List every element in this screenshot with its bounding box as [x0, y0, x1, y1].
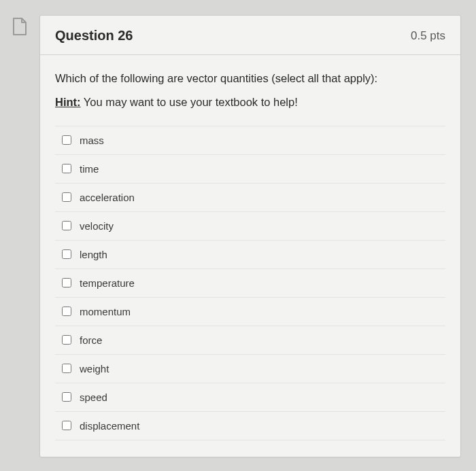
question-header: Question 26 0.5 pts — [40, 16, 460, 55]
option-row[interactable]: temperature — [55, 269, 445, 298]
option-checkbox[interactable] — [62, 249, 71, 259]
question-prompt: Which of the following are vector quanti… — [55, 70, 445, 87]
option-label: acceleration — [80, 192, 135, 203]
option-row[interactable]: velocity — [55, 212, 445, 241]
hint-text: You may want to use your textbook to hel… — [81, 96, 298, 108]
question-hint: Hint: You may want to use your textbook … — [55, 94, 445, 111]
page-outline-icon — [12, 18, 27, 35]
option-label: force — [80, 334, 102, 346]
question-title: Question 26 — [55, 28, 133, 43]
option-checkbox[interactable] — [62, 392, 71, 402]
option-row[interactable]: time — [55, 155, 445, 184]
option-label: velocity — [80, 220, 114, 232]
option-label: weight — [80, 363, 109, 374]
option-label: speed — [80, 391, 107, 403]
options-list: mass time acceleration velocity length t… — [55, 126, 445, 440]
option-row[interactable]: acceleration — [55, 184, 445, 212]
hint-label: Hint: — [55, 96, 81, 108]
option-checkbox[interactable] — [62, 307, 71, 316]
option-checkbox[interactable] — [62, 164, 71, 173]
option-checkbox[interactable] — [62, 364, 71, 373]
option-row[interactable]: displacement — [55, 412, 445, 440]
option-row[interactable]: length — [55, 241, 445, 269]
option-row[interactable]: weight — [55, 355, 445, 383]
option-label: time — [80, 163, 99, 175]
option-label: momentum — [80, 306, 131, 317]
option-checkbox[interactable] — [62, 192, 71, 202]
option-checkbox[interactable] — [62, 221, 71, 230]
option-checkbox[interactable] — [62, 135, 71, 145]
question-points: 0.5 pts — [411, 29, 445, 43]
option-checkbox[interactable] — [62, 335, 71, 345]
question-card: Question 26 0.5 pts Which of the followi… — [39, 15, 461, 457]
option-label: temperature — [80, 277, 135, 289]
option-label: length — [80, 249, 107, 260]
option-row[interactable]: force — [55, 326, 445, 355]
option-label: displacement — [80, 420, 139, 432]
option-row[interactable]: momentum — [55, 298, 445, 326]
option-row[interactable]: speed — [55, 383, 445, 412]
option-checkbox[interactable] — [62, 421, 71, 430]
option-row[interactable]: mass — [55, 126, 445, 155]
option-checkbox[interactable] — [62, 278, 71, 287]
option-label: mass — [80, 135, 104, 146]
question-body: Which of the following are vector quanti… — [40, 55, 460, 457]
